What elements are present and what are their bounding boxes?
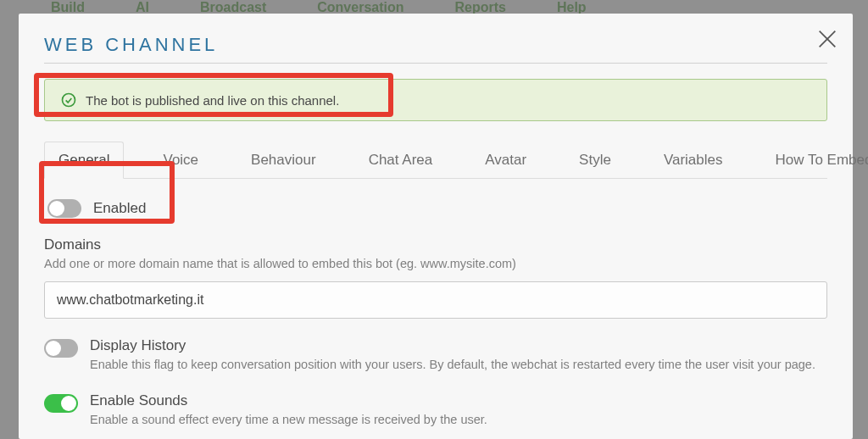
check-circle-icon bbox=[60, 92, 77, 108]
domains-input[interactable] bbox=[44, 281, 827, 319]
enabled-toggle[interactable] bbox=[47, 199, 81, 218]
tab-variables[interactable]: Variables bbox=[650, 142, 737, 178]
published-alert: The bot is published and live on this ch… bbox=[44, 79, 827, 121]
modal-title: WEB CHANNEL bbox=[44, 34, 827, 64]
web-channel-modal: WEB CHANNEL The bot is published and liv… bbox=[19, 14, 853, 439]
display-history-toggle[interactable] bbox=[44, 339, 78, 358]
domains-label: Domains bbox=[44, 236, 827, 253]
enable-sounds-help: Enable a sound effect every time a new m… bbox=[90, 411, 487, 429]
close-icon[interactable] bbox=[815, 27, 839, 51]
display-history-help: Enable this flag to keep conversation po… bbox=[90, 356, 815, 374]
alert-text: The bot is published and live on this ch… bbox=[86, 93, 339, 108]
tab-bar: General Voice Behaviour Chat Area Avatar… bbox=[44, 142, 827, 179]
enable-sounds-toggle[interactable] bbox=[44, 394, 78, 413]
enable-sounds-label: Enable Sounds bbox=[90, 392, 487, 409]
display-history-label: Display History bbox=[90, 337, 815, 354]
tab-chat-area[interactable]: Chat Area bbox=[355, 142, 447, 178]
domains-help: Add one or more domain name that is allo… bbox=[44, 255, 827, 273]
enabled-row: Enabled bbox=[44, 199, 827, 218]
svg-point-2 bbox=[63, 94, 75, 107]
tab-how-to-embed[interactable]: How To Embed bbox=[762, 142, 869, 178]
tab-voice[interactable]: Voice bbox=[149, 142, 212, 178]
tab-behaviour[interactable]: Behaviour bbox=[237, 142, 330, 178]
enabled-label: Enabled bbox=[93, 200, 146, 217]
tab-style[interactable]: Style bbox=[565, 142, 625, 178]
tab-avatar[interactable]: Avatar bbox=[471, 142, 540, 178]
tab-general[interactable]: General bbox=[44, 142, 124, 179]
